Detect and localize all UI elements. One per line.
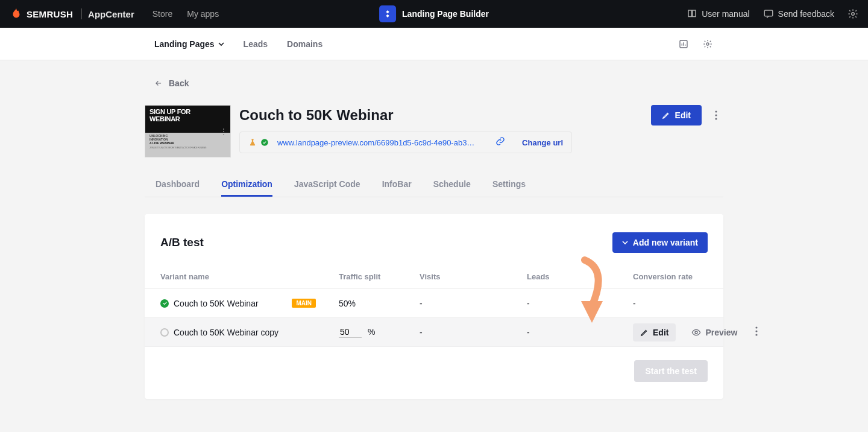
tab-optimization[interactable]: Optimization [221,173,272,197]
tab-infobar[interactable]: InfoBar [382,173,412,197]
app-icon [379,5,396,22]
svg-point-7 [261,139,268,146]
kebab-icon [715,110,717,120]
gear-icon [703,39,712,49]
pencil-icon [662,111,670,119]
table-row: Couch to 50K Webinar copy % - - Edit Pre… [145,318,723,347]
row-edit-label: Edit [653,328,668,337]
row-edit-button[interactable]: Edit [633,323,676,341]
svg-point-8 [695,331,697,334]
cell-conversion: - [633,299,708,308]
svg-point-11 [756,334,758,335]
table-row: Couch to 50K Webinar MAIN 50% - - - [145,289,723,318]
sub-nav: Landing Pages Leads Domains [0,28,868,60]
svg-point-9 [756,326,758,328]
thumb-sub4: JOIN US TO UNLOCK SECRETS AND TACTICS OF… [149,147,226,149]
check-circle-icon [160,299,169,308]
nav-store[interactable]: Store [153,9,172,19]
semrush-logo[interactable]: SEMRUSH [10,7,73,21]
th-visits: Visits [420,272,527,281]
change-url-link[interactable]: Change url [522,138,563,147]
cell-leads: - [527,299,633,308]
cell-visits: - [420,328,527,337]
table-head: Variant name Traffic split Visits Leads … [145,265,723,289]
send-feedback-label: Send feedback [778,9,834,19]
page-thumbnail[interactable]: SIGN UP FOR WEBINAR UNLOCKING INNOVATION… [145,105,231,157]
add-variant-label: Add new variant [633,238,698,247]
th-variant-name: Variant name [160,272,339,281]
chat-icon [763,8,774,19]
page-more-button[interactable] [709,108,723,122]
start-test-button[interactable]: Start the test [634,360,708,382]
user-manual-label: User manual [702,9,749,19]
link-icon [495,136,505,146]
row-more-button[interactable] [753,324,760,340]
settings-gear[interactable] [848,8,858,19]
page-title: Couch to 50K Webinar [239,107,394,124]
kebab-icon [755,326,758,336]
add-variant-button[interactable]: Add new variant [612,232,708,253]
ab-test-panel: A/B test Add new variant Variant name Tr… [145,214,723,399]
pencil-icon [640,328,649,337]
book-icon [687,8,697,19]
subnav-landing-pages[interactable]: Landing Pages [154,39,224,49]
tab-javascript[interactable]: JavaScript Code [294,173,360,197]
tab-schedule[interactable]: Schedule [433,173,471,197]
row-preview-label: Preview [705,328,737,337]
tab-settings[interactable]: Settings [492,173,526,197]
caret-down-icon [218,41,224,47]
subnav-domains[interactable]: Domains [287,39,322,49]
page-head: SIGN UP FOR WEBINAR UNLOCKING INNOVATION… [145,105,723,157]
user-manual-link[interactable]: User manual [687,8,749,19]
panel-footer: Start the test [145,347,723,382]
subnav-leads[interactable]: Leads [244,39,268,49]
tab-dashboard[interactable]: Dashboard [156,173,200,197]
th-conversion: Conversion rate [633,272,708,281]
subnav-settings-button[interactable] [702,38,714,50]
top-nav: Store My apps [153,9,219,19]
edit-button-label: Edit [675,110,691,120]
svg-point-1 [852,13,855,16]
variant-name: Couch to 50K Webinar copy [174,328,278,337]
svg-point-4 [715,110,717,112]
traffic-split-input[interactable] [339,326,362,338]
thumb-line2: WEBINAR [149,116,226,123]
cell-visits: - [420,299,527,308]
brand-main: SEMRUSH [27,9,73,19]
thumb-kebab-icon[interactable]: ⋮ [219,127,228,136]
back-link[interactable]: Back [145,78,189,88]
send-feedback-link[interactable]: Send feedback [763,8,834,19]
cell-leads: - [527,328,633,337]
copy-link-button[interactable] [495,136,505,148]
edit-button[interactable]: Edit [651,105,702,125]
svg-point-6 [715,118,717,119]
subnav-label: Landing Pages [154,39,215,49]
th-leads: Leads [527,272,633,281]
main-badge: MAIN [292,299,316,308]
panel-title: A/B test [160,236,204,249]
brand-sub[interactable]: AppCenter [88,9,134,19]
caret-down-icon [622,240,628,246]
analytics-icon-button[interactable] [678,38,690,50]
top-header: SEMRUSH AppCenter Store My apps Landing … [0,0,868,28]
divider [81,8,82,19]
thumb-sub3: A LIVE WEBINAR [149,141,226,145]
check-circle-icon [260,138,269,147]
svg-rect-0 [764,10,773,16]
svg-point-10 [756,330,758,332]
svg-point-5 [715,114,717,116]
arrow-left-icon [154,79,163,87]
page-url-link[interactable]: www.landpage-preview.com/6699b1d5-6c9d-4… [277,138,474,147]
row-preview-button[interactable]: Preview [684,323,744,341]
th-traffic-split: Traffic split [339,272,420,281]
flask-icon [248,138,257,147]
thumb-line1: SIGN UP FOR [149,109,226,116]
tabs: Dashboard Optimization JavaScript Code I… [145,173,723,197]
flame-icon [10,7,23,21]
back-label: Back [169,78,189,88]
nav-myapps[interactable]: My apps [187,9,219,19]
variant-name: Couch to 50K Webinar [174,299,259,308]
empty-circle-icon [160,328,169,337]
svg-point-3 [706,43,709,45]
diamond-icon [383,9,392,19]
